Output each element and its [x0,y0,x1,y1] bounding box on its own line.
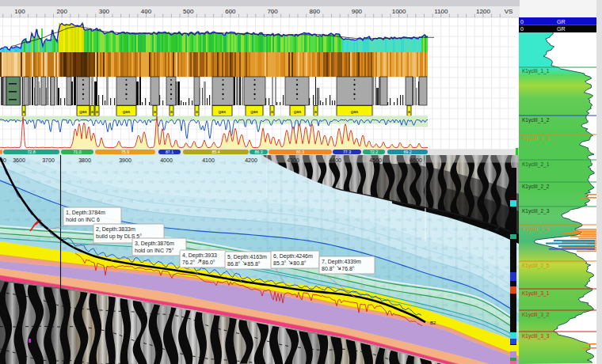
svg-text:K1ycIII_2_2: K1ycIII_2_2 [522,184,550,190]
svg-text:K1ycIII_1_1: K1ycIII_1_1 [522,68,550,74]
svg-text:1100: 1100 [434,8,448,15]
svg-text:76.8°: 76.8° [341,266,355,271]
svg-text:4400: 4400 [329,157,341,163]
svg-text:gas: gas [351,109,358,114]
svg-text:4, Depth:3933: 4, Depth:3933 [182,252,217,259]
svg-text:86.3: 86.3 [254,150,262,154]
svg-text:a: a [271,109,273,114]
svg-text:K1ycIII_3_2: K1ycIII_3_2 [522,312,550,318]
svg-text:gas: gas [79,109,86,114]
svg-text:a: a [314,109,317,114]
svg-text:K1ycIII_3_1: K1ycIII_3_1 [522,290,550,297]
svg-text:100: 100 [14,8,25,15]
svg-text:71.0: 71.0 [73,150,81,154]
svg-text:K1ycIII_2_5: K1ycIII_2_5 [522,263,550,269]
svg-text:gas: gas [250,109,257,114]
svg-text:86.8°: 86.8° [227,261,241,267]
svg-text:GR: GR [557,19,566,25]
svg-text:72.2: 72.2 [370,150,378,154]
svg-text:K1ycIII_3_3: K1ycIII_3_3 [522,333,550,339]
svg-text:3800: 3800 [78,157,91,163]
svg-text:3600: 3600 [13,157,25,163]
svg-text:4100: 4100 [202,157,215,163]
svg-text:85.8°: 85.8° [247,261,261,267]
svg-text:4500: 4500 [369,157,382,163]
svg-text:a: a [196,109,198,114]
svg-text:K1ycIII_2_3: K1ycIII_2_3 [522,208,550,214]
svg-text:K1ycIII_1_3: K1ycIII_1_3 [522,136,550,142]
svg-text:72.8: 72.8 [27,150,35,154]
svg-text:1200: 1200 [476,8,490,15]
svg-text:800: 800 [310,8,321,15]
svg-text:K1ycIII_2_4: K1ycIII_2_4 [522,226,550,233]
svg-text:3900: 3900 [119,157,131,163]
svg-text:77.3: 77.3 [343,150,351,154]
svg-text:86.0°: 86.0° [202,260,215,265]
svg-text:B2: B2 [430,320,436,325]
svg-text:1000: 1000 [392,8,406,15]
svg-text:300: 300 [99,8,110,15]
svg-text:a: a [170,109,173,114]
svg-text:a: a [96,109,98,114]
svg-text:1, Depth:3784m: 1, Depth:3784m [66,210,105,216]
svg-text:00: 00 [0,157,6,163]
svg-text:700: 700 [267,8,278,15]
svg-text:69.2: 69.2 [403,150,411,154]
svg-text:4300: 4300 [287,157,299,163]
svg-text:2, Depth:3833m: 2, Depth:3833m [96,226,135,233]
svg-text:76.2°: 76.2° [182,260,196,265]
svg-text:gas: gas [294,109,301,114]
svg-text:75.9: 75.9 [121,150,129,154]
svg-text:4200: 4200 [245,157,257,163]
svg-text:4000: 4000 [160,157,173,163]
svg-text:80.3: 80.3 [296,150,304,154]
svg-text:0: 0 [520,19,524,25]
svg-text:7, Depth:4339m: 7, Depth:4339m [322,259,361,265]
svg-text:3, Depth:3876m: 3, Depth:3876m [135,241,174,247]
svg-text:4600: 4600 [410,157,422,163]
svg-text:hold on INC 75°: hold on INC 75° [135,248,174,253]
svg-text:K1ycIII_1_2: K1ycIII_1_2 [522,117,550,123]
svg-text:3700: 3700 [42,157,55,163]
svg-text:80.8°: 80.8° [322,266,335,271]
svg-text:VS: VS [505,8,513,15]
svg-text:gas: gas [123,109,130,114]
svg-text:85.4: 85.4 [211,150,219,154]
svg-text:GR: GR [557,26,566,32]
svg-text:80.8°: 80.8° [293,260,307,266]
svg-text:500: 500 [183,8,194,15]
svg-text:200: 200 [57,8,68,15]
svg-text:a: a [91,109,93,114]
svg-text:400: 400 [141,8,152,15]
svg-text:6, Depth:4246m: 6, Depth:4246m [273,253,313,260]
svg-text:hold on INC 6: hold on INC 6 [66,217,100,222]
svg-text:87.1: 87.1 [166,150,173,154]
svg-text:0: 0 [520,26,524,32]
svg-text:85.3°: 85.3° [273,260,287,266]
svg-text:gas: gas [219,109,226,114]
svg-text:600: 600 [225,8,236,15]
svg-text:900: 900 [352,8,363,15]
svg-text:a: a [408,109,410,114]
svg-text:a: a [154,109,156,114]
svg-text:a: a [23,109,25,114]
svg-text:K1ycIII_2_1: K1ycIII_2_1 [522,161,550,168]
svg-text:5, Depth:4163m: 5, Depth:4163m [227,254,267,260]
